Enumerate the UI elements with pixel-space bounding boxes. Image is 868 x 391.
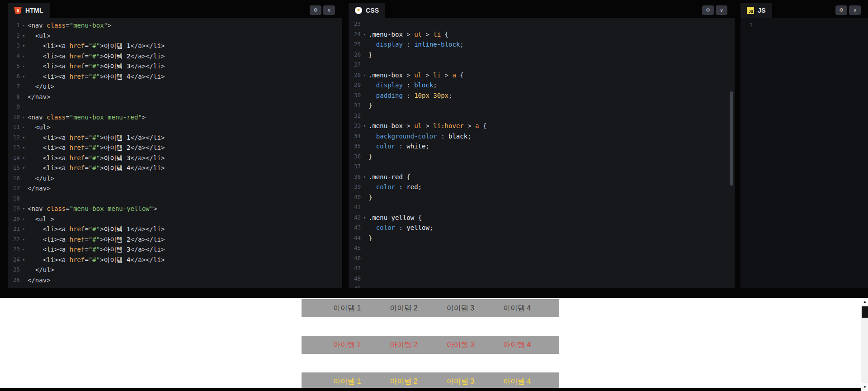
preview-menu-red: 아이템 1아이템 2아이템 3아이템 4 (302, 336, 559, 354)
css-code-editor[interactable]: 2324▾.menu-box > ul > li {25 display : i… (349, 18, 735, 288)
fold-arrow-icon[interactable]: ▾ (20, 214, 28, 224)
scroll-down-arrow-icon[interactable]: ▼ (861, 383, 868, 391)
fold-arrow-icon[interactable]: ▾ (361, 70, 368, 81)
code-line: 19▾<nav class="menu-box menu-yellow"> (8, 204, 342, 214)
code-line: 28▾.menu-box > ul > li > a { (349, 70, 735, 81)
fold-arrow-icon[interactable]: ▾ (20, 255, 28, 265)
fold-spacer (361, 19, 368, 29)
menu-item: 아이템 3 (433, 299, 488, 317)
gear-icon: ⚙ (313, 7, 318, 13)
fold-arrow-icon[interactable]: ▾ (20, 153, 28, 163)
code-line: 20▾ <ul > (8, 214, 342, 224)
code-text: background-color : black; (368, 131, 472, 142)
code-line: 21▾ <li><a href="#">아이템 1</a></li> (8, 224, 342, 234)
code-line: 29 display : block; (349, 80, 735, 91)
menu-link[interactable]: 아이템 2 (376, 299, 431, 317)
menu-link[interactable]: 아이템 3 (433, 299, 488, 317)
code-line: 12▾ <li><a href="#">아이템 1</a></li> (8, 133, 342, 143)
line-number: 44 (349, 233, 361, 243)
js-settings-button[interactable]: ⚙ (835, 5, 847, 15)
html-code-editor[interactable]: 1▾<nav class="menu-box">2▾ <ul>3▾ <li><a… (8, 18, 342, 288)
code-line: 2▾ <ul> (8, 31, 342, 41)
menu-link[interactable]: 아이템 1 (320, 299, 374, 317)
fold-spacer (20, 275, 28, 286)
code-text: .menu-red { (368, 172, 410, 182)
fold-arrow-icon[interactable]: ▾ (20, 224, 28, 234)
fold-arrow-icon[interactable]: ▾ (20, 133, 28, 143)
menu-link[interactable]: 아이템 4 (490, 336, 544, 354)
line-number: 8 (8, 92, 20, 102)
fold-arrow-icon[interactable]: ▾ (361, 29, 368, 40)
fold-spacer (361, 223, 368, 233)
line-number: 21 (8, 224, 20, 234)
fold-arrow-icon[interactable]: ▾ (20, 244, 28, 255)
fold-arrow-icon[interactable]: ▾ (361, 172, 368, 182)
fold-spacer (753, 20, 760, 31)
line-number: 26 (349, 50, 361, 60)
fold-arrow-icon[interactable]: ▾ (20, 72, 28, 82)
fold-spacer (361, 162, 368, 172)
html-settings-button[interactable]: ⚙ (310, 5, 321, 15)
code-line: 13▾ <li><a href="#">아이템 2</a></li> (8, 143, 342, 153)
fold-arrow-icon[interactable]: ▾ (361, 213, 368, 223)
html-collapse-button[interactable]: ∨ (323, 5, 335, 15)
fold-arrow-icon[interactable]: ▾ (20, 61, 28, 72)
fold-arrow-icon[interactable]: ▾ (20, 122, 28, 133)
preview-pane: 아이템 1아이템 2아이템 3아이템 4아이템 1아이템 2아이템 3아이템 4… (0, 298, 868, 391)
code-text: <li><a href="#">아이템 1</a></li> (28, 41, 165, 51)
code-text: } (368, 100, 372, 111)
panel-js: JS JS ⚙ ∨ 1 (741, 3, 868, 288)
css-tab[interactable]: * CSS (349, 3, 385, 18)
line-number: 2 (8, 31, 20, 41)
line-number: 29 (349, 80, 361, 91)
fold-spacer (361, 141, 368, 152)
panel-html: 5 HTML ⚙ ∨ 1▾<nav class="menu-box">2▾ <u… (8, 3, 342, 288)
scroll-up-arrow-icon[interactable]: ▲ (861, 298, 868, 305)
fold-arrow-icon[interactable]: ▾ (20, 31, 28, 41)
css-editor-scrollbar-thumb[interactable] (730, 91, 733, 186)
code-line: 17</nav> (8, 183, 342, 194)
fold-arrow-icon[interactable]: ▾ (20, 204, 28, 214)
fold-arrow-icon[interactable]: ▾ (361, 121, 368, 131)
code-text: <nav class="menu-box"> (28, 20, 111, 31)
fold-arrow-icon[interactable]: ▾ (20, 143, 28, 153)
fold-arrow-icon[interactable]: ▾ (20, 20, 28, 31)
code-text: <li><a href="#">아이템 3</a></li> (28, 61, 165, 72)
menu-link[interactable]: 아이템 1 (320, 336, 374, 354)
code-line: 26</nav> (8, 275, 342, 286)
console-bar-edge (0, 388, 861, 391)
html-tab[interactable]: 5 HTML (8, 3, 50, 18)
code-line: 32 (349, 111, 735, 121)
line-number: 13 (8, 143, 20, 153)
code-text: <li><a href="#">아이템 1</a></li> (28, 133, 165, 143)
fold-spacer (361, 152, 368, 162)
code-text: <li><a href="#">아이템 1</a></li> (28, 224, 165, 234)
menu-link[interactable]: 아이템 2 (376, 336, 431, 354)
line-number: 28 (349, 70, 361, 81)
code-line: 25 display : inline-block; (349, 39, 735, 50)
fold-arrow-icon[interactable]: ▾ (20, 51, 28, 62)
code-line: 33▾.menu-box > ul > li:hover > a { (349, 121, 735, 131)
fold-arrow-icon[interactable]: ▾ (20, 163, 28, 173)
code-line: 44} (349, 233, 735, 243)
menu-link[interactable]: 아이템 4 (490, 299, 544, 317)
fold-spacer (361, 111, 368, 121)
js-tab[interactable]: JS JS (741, 3, 772, 18)
line-number: 35 (349, 141, 361, 152)
js-collapse-button[interactable]: ∨ (849, 5, 861, 15)
js-tab-label: JS (758, 7, 766, 14)
code-line: 34 background-color : black; (349, 131, 735, 142)
menu-link[interactable]: 아이템 3 (433, 336, 488, 354)
fold-arrow-icon[interactable]: ▾ (20, 234, 28, 245)
fold-spacer (361, 91, 368, 101)
preview-scrollbar-thumb[interactable] (862, 306, 868, 318)
css-collapse-button[interactable]: ∨ (716, 5, 727, 15)
code-line: 22▾ <li><a href="#">아이템 2</a></li> (8, 234, 342, 245)
fold-arrow-icon[interactable]: ▾ (20, 112, 28, 123)
js-code-editor[interactable]: 1 (741, 18, 868, 288)
code-text: <li><a href="#">아이템 3</a></li> (28, 244, 165, 255)
code-line: 10▾<nav class="menu-box menu-red"> (8, 112, 342, 123)
css-settings-button[interactable]: ⚙ (702, 5, 714, 15)
fold-arrow-icon[interactable]: ▾ (20, 41, 28, 51)
preview-scrollbar[interactable]: ▲ ▼ (861, 298, 868, 391)
